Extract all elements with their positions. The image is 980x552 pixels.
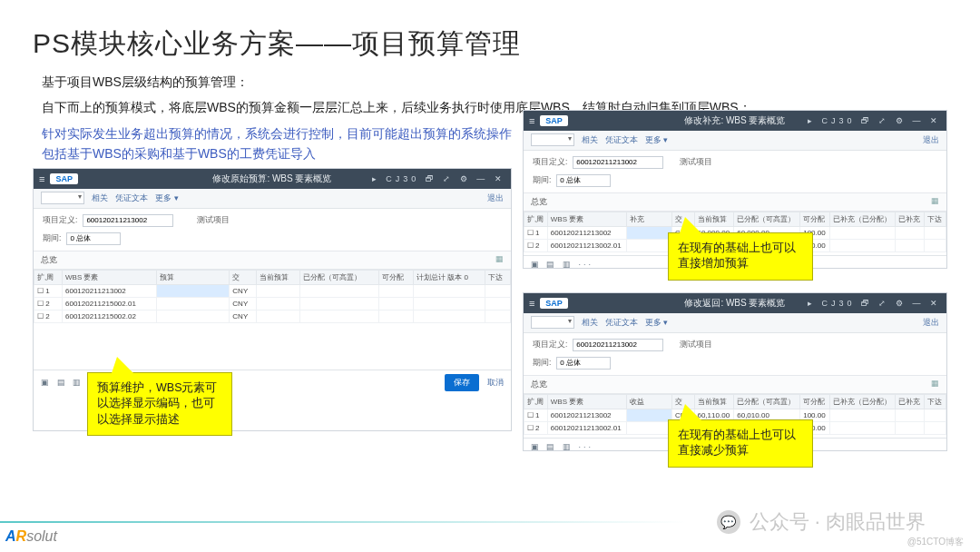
proj-label: 项目定义: [43,215,77,226]
menu-icon[interactable]: ≡ [39,173,44,184]
save-button[interactable]: 保存 [445,374,479,391]
sap-logo: SAP [540,298,568,309]
source-watermark: @51CTO博客 [907,536,964,548]
form-row-2: 期间: [34,232,511,251]
period-input[interactable] [66,232,121,245]
ribbon-more[interactable]: 更多 [155,192,179,204]
ribbon-link[interactable]: 凭证文本 [605,134,638,146]
proj-input[interactable] [83,214,173,227]
ribbon-exit[interactable]: 退出 [923,134,939,146]
sap-logo: SAP [50,173,78,184]
period-input[interactable] [556,357,611,370]
window-title: 修改补充: WBS 要素概览 [684,114,785,127]
callout-supplement: 在现有的基础上也可以直接增加预算 [668,232,813,281]
callout-main: 预算维护，WBS元素可以选择显示编码，也可以选择显示描述 [87,372,232,437]
cancel-button[interactable]: 取消 [487,378,504,387]
topbar-icons[interactable]: ▸ CJ30 🗗 ⤢ ⚙ — ✕ [372,174,505,183]
ribbon-select[interactable] [531,133,574,146]
logo-watermark: ARsolut [5,528,57,545]
ribbon: 相关 凭证文本 更多 退出 [34,189,511,209]
proj-input[interactable] [573,156,663,169]
proj-input[interactable] [573,339,663,351]
ribbon-select[interactable] [41,192,84,204]
footer-tools[interactable]: ▣ ▤ ▥ ··· [531,442,593,451]
tool-icon[interactable]: ▦ [495,254,504,266]
section-label: 总览 [531,379,547,390]
footer-tools[interactable]: ▣ ▤ ▥ ··· [531,260,593,269]
sap-topbar: ≡ SAP 修改原始预算: WBS 要素概览 ▸ CJ30 🗗 ⤢ ⚙ — ✕ [34,169,511,189]
topbar-icons[interactable]: ▸ CJ30 🗗 ⤢ ⚙ — ✕ [808,299,941,308]
test-label: 测试项目 [680,340,712,350]
proj-label: 项目定义: [533,340,567,350]
menu-icon[interactable]: ≡ [529,298,534,309]
test-label: 测试项目 [197,215,230,226]
section-label: 总览 [531,196,547,208]
ribbon-link[interactable]: 凭证文本 [115,192,148,204]
test-label: 测试项目 [680,157,712,168]
tool-icon[interactable]: ▦ [931,196,939,208]
period-label: 期间: [43,233,61,244]
window-title: 修改返回: WBS 要素概览 [684,297,785,310]
subtitle-1: 基于项目WBS层级结构的预算管理： [42,72,947,92]
callout-return: 在现有的基础上也可以直接减少预算 [668,419,813,468]
sap-logo: SAP [540,115,568,126]
ribbon-more[interactable]: 更多 [645,317,669,329]
ribbon-exit[interactable]: 退出 [487,192,504,204]
period-input[interactable] [556,174,611,187]
budget-table[interactable]: 扩,周WBS 要素预算交当前预算已分配（可高置）可分配计划总计 版本 0下达 ☐… [34,270,511,323]
ribbon-link[interactable]: 凭证文本 [605,317,638,329]
ribbon-link[interactable]: 相关 [92,192,108,204]
wechat-icon: 💬 [717,510,740,534]
wechat-watermark: 💬公众号 · 肉眼品世界 [717,508,926,536]
form-row: 项目定义: 测试项目 [34,209,511,232]
tool-icon[interactable]: ▦ [931,379,939,390]
ribbon-link[interactable]: 相关 [582,134,598,146]
proj-label: 项目定义: [533,157,567,168]
window-title: 修改原始预算: WBS 要素概览 [212,172,331,185]
period-label: 期间: [533,358,551,369]
period-label: 期间: [533,175,551,186]
ribbon-select[interactable] [531,316,574,329]
page-title: PS模块核心业务方案——项目预算管理 [33,25,947,63]
ribbon-more[interactable]: 更多 [645,134,669,146]
topbar-icons[interactable]: ▸ CJ30 🗗 ⤢ ⚙ — ✕ [808,116,941,125]
section-label: 总览▦ [34,251,511,270]
ribbon-link[interactable]: 相关 [582,317,598,329]
ribbon-exit[interactable]: 退出 [923,317,939,329]
menu-icon[interactable]: ≡ [529,115,534,126]
